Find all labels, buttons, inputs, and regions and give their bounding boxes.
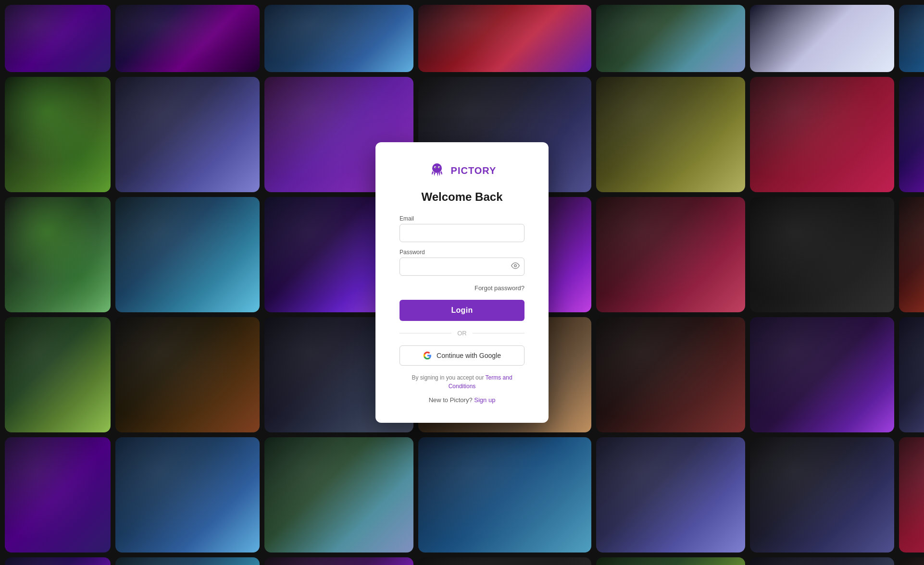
email-input-wrapper: [400, 224, 524, 242]
email-input[interactable]: [400, 224, 524, 242]
google-button-label: Continue with Google: [437, 352, 501, 359]
forgot-password-link[interactable]: Forgot password?: [474, 284, 524, 292]
or-label: OR: [457, 330, 467, 337]
svg-point-0: [432, 163, 442, 173]
password-form-group: Password: [400, 249, 524, 276]
svg-point-5: [514, 265, 517, 267]
signup-prefix: New to Pictory?: [429, 396, 474, 404]
or-divider: OR: [400, 330, 524, 337]
email-label: Email: [400, 215, 524, 222]
signup-link[interactable]: Sign up: [474, 396, 495, 404]
signup-text: New to Pictory? Sign up: [429, 396, 496, 404]
password-input-wrapper: [400, 258, 524, 276]
login-modal: PICTORY Welcome Back Email Password: [375, 142, 549, 423]
welcome-title: Welcome Back: [422, 190, 503, 204]
google-signin-button[interactable]: Continue with Google: [400, 345, 524, 366]
pictory-logo-icon: [428, 161, 446, 180]
email-form-group: Email: [400, 215, 524, 242]
terms-prefix: By signing in you accept our: [412, 374, 485, 381]
svg-point-3: [435, 167, 436, 168]
logo-text: PICTORY: [451, 165, 497, 176]
modal-overlay: PICTORY Welcome Back Email Password: [0, 0, 924, 565]
svg-point-4: [438, 167, 439, 168]
toggle-password-icon[interactable]: [511, 261, 520, 272]
password-input[interactable]: [400, 258, 524, 276]
forgot-password-area: Forgot password?: [400, 283, 524, 292]
password-label: Password: [400, 249, 524, 256]
terms-text: By signing in you accept our Terms and C…: [400, 373, 524, 391]
google-icon: [423, 351, 432, 360]
login-button[interactable]: Login: [400, 300, 524, 321]
logo-area: PICTORY: [428, 161, 497, 180]
